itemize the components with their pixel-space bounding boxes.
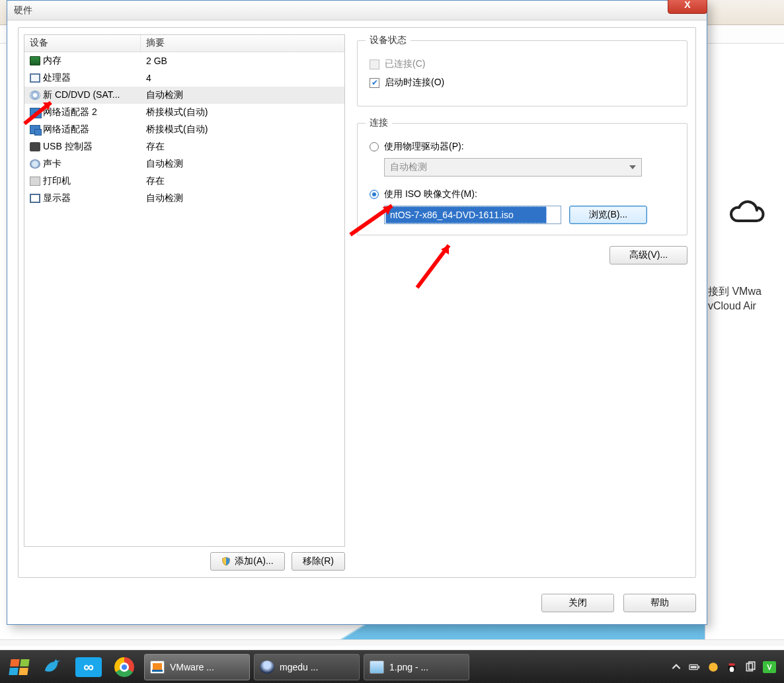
tray-battery-icon[interactable] [689, 661, 701, 673]
device-row[interactable]: 处理器4 [24, 69, 344, 87]
connect-at-poweron-checkbox[interactable] [370, 78, 379, 88]
dialog-close-button[interactable]: 关闭 [541, 594, 614, 612]
taskbar-task[interactable]: VMware ... [144, 654, 250, 680]
start-button[interactable] [5, 655, 33, 680]
device-row[interactable]: 显示器自动检测 [24, 190, 344, 207]
browse-button[interactable]: 浏览(B)... [569, 206, 647, 224]
device-name: 内存 [43, 55, 61, 67]
device-row[interactable]: 网络适配器 2桥接模式(自动) [24, 104, 344, 121]
close-icon: X [684, 0, 690, 10]
add-button-label: 添加(A)... [235, 555, 273, 567]
use-physical-drive-radio[interactable] [370, 142, 379, 151]
cloud-icon [724, 196, 766, 229]
chrome-icon [114, 657, 134, 677]
svg-rect-12 [729, 663, 735, 665]
device-row[interactable]: 内存2 GB [24, 52, 344, 69]
taskbar-task[interactable]: 1.png - ... [364, 654, 469, 680]
taskbar-task-label: 1.png - ... [389, 662, 428, 672]
dialog-help-button[interactable]: 帮助 [623, 594, 696, 612]
usb-icon [30, 142, 40, 151]
device-name: 显示器 [43, 192, 71, 204]
prn-icon [30, 177, 40, 186]
dialog-title: 硬件 [14, 5, 32, 17]
device-name: 处理器 [43, 72, 71, 84]
cd-icon [30, 91, 40, 100]
system-tray[interactable]: V [670, 661, 779, 673]
taskbar-pinned-chrome[interactable] [108, 654, 140, 680]
device-name: 网络适配器 [43, 124, 89, 136]
pic-icon [370, 661, 384, 674]
device-row[interactable]: 打印机存在 [24, 173, 344, 190]
device-name: USB 控制器 [43, 141, 93, 153]
advanced-button[interactable]: 高级(V)... [609, 246, 687, 264]
iso-combo-caret[interactable] [547, 213, 561, 217]
titlebar: 硬件 X [7, 1, 707, 20]
taskbar[interactable]: ∞ VMware ...mgedu ...1.png - ... V [0, 650, 784, 683]
device-list[interactable]: 设备 摘要 内存2 GB处理器4新 CD/DVD (SAT...自动检测网络适配… [24, 34, 345, 547]
avatar-icon [260, 661, 274, 674]
close-button[interactable]: X [668, 0, 707, 14]
cpu-icon [30, 73, 40, 83]
dialog-close-label: 关闭 [568, 597, 587, 609]
net-icon [30, 125, 40, 134]
tray-av-icon[interactable]: V [763, 661, 776, 673]
shield-icon [221, 557, 231, 566]
remove-button-label: 移除(R) [303, 555, 334, 567]
advanced-button-label: 高级(V)... [629, 249, 668, 261]
iso-file-value: ntOS-7-x86_64-DVD-1611.iso [385, 206, 547, 223]
device-summary: 4 [141, 73, 344, 83]
backdrop-text-1: 接到 VMwa [708, 285, 784, 299]
tray-copy-icon[interactable] [744, 661, 756, 673]
connection-group: 连接 使用物理驱动器(P): 自动检测 使用 ISO 映像文件(M): [357, 117, 687, 235]
device-summary: 存在 [141, 141, 344, 153]
windows-icon [9, 659, 29, 675]
remove-button[interactable]: 移除(R) [292, 552, 345, 571]
device-summary: 自动检测 [141, 89, 344, 101]
iso-file-combobox[interactable]: ntOS-7-x86_64-DVD-1611.iso [384, 206, 561, 224]
add-button[interactable]: 添加(A)... [210, 552, 284, 571]
hardware-dialog: 硬件 X 设备 摘要 内存2 GB处理器4新 CD/DVD (SAT...自动检… [7, 0, 707, 625]
bird-icon [43, 659, 63, 676]
device-summary: 存在 [141, 175, 344, 187]
svg-rect-7 [698, 666, 699, 668]
mem-icon [30, 56, 40, 65]
svg-rect-8 [691, 666, 697, 668]
svg-point-9 [709, 663, 718, 672]
device-list-header: 设备 摘要 [24, 35, 344, 52]
device-summary: 桥接模式(自动) [141, 106, 344, 118]
taskbar-task-label: VMware ... [170, 662, 214, 672]
connected-label: 已连接(C) [385, 58, 425, 70]
taskbar-task[interactable]: mgedu ... [254, 654, 360, 680]
device-name: 打印机 [43, 175, 71, 187]
net-icon [30, 108, 40, 117]
device-name: 声卡 [43, 158, 61, 170]
device-row[interactable]: 新 CD/DVD (SAT...自动检测 [24, 87, 344, 104]
device-row[interactable]: 网络适配器桥接模式(自动) [24, 121, 344, 138]
device-row[interactable]: USB 控制器存在 [24, 138, 344, 155]
vm-icon [150, 661, 165, 674]
device-status-group: 设备状态 已连接(C) 启动时连接(O) [357, 34, 687, 106]
device-summary: 自动检测 [141, 158, 344, 170]
device-summary: 桥接模式(自动) [141, 124, 344, 136]
backdrop-text-2: vCloud Air [708, 300, 784, 312]
use-physical-drive-label: 使用物理驱动器(P): [384, 141, 464, 153]
connected-checkbox [370, 60, 379, 69]
tray-penguin-icon[interactable] [726, 661, 738, 673]
column-header-summary[interactable]: 摘要 [141, 35, 344, 52]
tray-chat-icon[interactable] [707, 661, 719, 673]
device-summary: 2 GB [141, 56, 344, 66]
tray-up-icon[interactable] [670, 661, 682, 673]
browse-button-label: 浏览(B)... [589, 209, 627, 221]
device-summary: 自动检测 [141, 192, 344, 204]
device-name: 新 CD/DVD (SAT... [43, 89, 120, 101]
taskbar-pinned-app[interactable] [37, 654, 69, 680]
physical-drive-dropdown: 自动检测 [384, 158, 642, 177]
taskbar-pinned-app[interactable]: ∞ [73, 654, 104, 680]
device-status-legend: 设备状态 [366, 34, 411, 46]
use-iso-file-radio[interactable] [370, 190, 379, 199]
device-row[interactable]: 声卡自动检测 [24, 155, 344, 173]
device-name: 网络适配器 2 [43, 106, 97, 118]
chevron-down-icon [629, 165, 636, 169]
column-header-device[interactable]: 设备 [24, 35, 141, 52]
taskbar-task-label: mgedu ... [280, 662, 318, 672]
